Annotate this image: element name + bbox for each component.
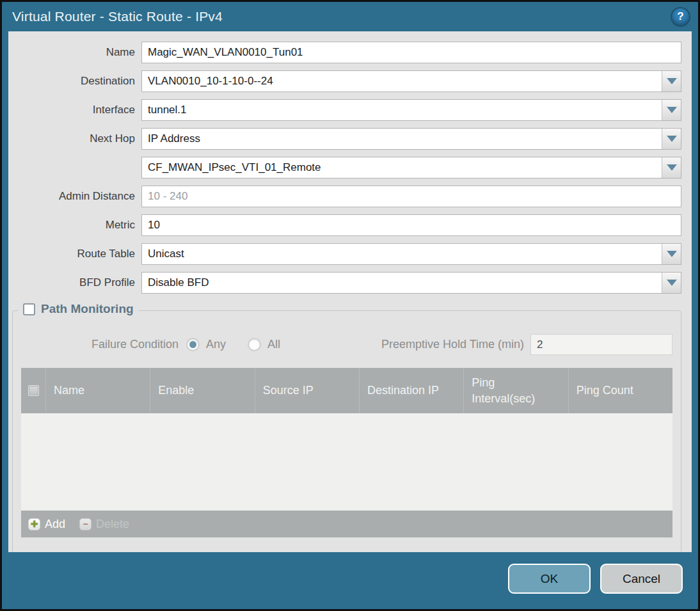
help-icon[interactable]: ?	[672, 8, 689, 26]
next-hop-address-dropdown-button[interactable]	[662, 157, 681, 178]
bfd-profile-field	[141, 272, 681, 294]
ok-button[interactable]: OK	[508, 564, 591, 594]
metric-label: Metric	[8, 219, 141, 232]
admin-distance-row: Admin Distance	[8, 186, 681, 207]
column-header-ping-count[interactable]: Ping Count	[569, 368, 672, 413]
failure-condition-any-label: Any	[206, 338, 226, 351]
table-header-checkbox-cell	[21, 368, 46, 413]
dialog-footer: OK Cancel	[2, 552, 698, 609]
path-monitoring-table: Name Enable Source IP Destination IP Pin…	[21, 368, 672, 537]
metric-field	[141, 214, 681, 236]
dialog-title: Virtual Router - Static Route - IPv4	[12, 9, 223, 24]
failure-condition-radio-any[interactable]	[186, 338, 200, 351]
failure-condition-radio-all[interactable]	[248, 338, 261, 351]
admin-distance-input[interactable]	[142, 186, 681, 207]
chevron-down-icon	[667, 164, 677, 171]
destination-label: Destination	[8, 75, 141, 88]
next-hop-type-field	[141, 128, 681, 150]
delete-button-label: Delete	[96, 518, 129, 531]
next-hop-address-field	[141, 157, 681, 179]
bfd-profile-label: BFD Profile	[8, 276, 141, 289]
chevron-down-icon	[667, 78, 677, 84]
dialog-titlebar: Virtual Router - Static Route - IPv4 ?	[2, 2, 698, 31]
next-hop-type-input[interactable]	[142, 129, 662, 149]
chevron-down-icon	[667, 136, 677, 142]
interface-dropdown-button[interactable]	[662, 100, 681, 120]
route-table-input[interactable]	[142, 244, 662, 264]
cancel-button[interactable]: Cancel	[600, 564, 683, 594]
chevron-down-icon	[667, 251, 677, 257]
path-monitoring-section: Path Monitoring Failure Condition Any Al…	[12, 310, 681, 552]
column-header-name[interactable]: Name	[46, 368, 150, 413]
admin-distance-label: Admin Distance	[8, 190, 141, 203]
path-monitoring-title: Path Monitoring	[41, 302, 134, 316]
column-header-ping-interval[interactable]: Ping Interval(sec)	[464, 368, 568, 413]
interface-label: Interface	[8, 104, 141, 116]
next-hop-label: Next Hop	[8, 132, 141, 145]
failure-condition-label: Failure Condition	[21, 338, 186, 351]
delete-button[interactable]: − Delete	[79, 518, 129, 531]
interface-input[interactable]	[142, 100, 662, 120]
bfd-profile-row: BFD Profile	[8, 272, 681, 294]
route-table-field	[141, 243, 681, 265]
column-header-enable[interactable]: Enable	[150, 368, 255, 413]
destination-field	[141, 70, 681, 92]
column-header-destination-ip[interactable]: Destination IP	[360, 368, 464, 413]
route-table-dropdown-button[interactable]	[662, 244, 681, 264]
interface-field	[141, 99, 681, 121]
interface-row: Interface	[8, 99, 681, 121]
name-input[interactable]	[142, 42, 681, 63]
next-hop-address-input[interactable]	[142, 157, 662, 178]
dialog-content: Name Destination Interface	[8, 31, 692, 552]
destination-input[interactable]	[142, 71, 662, 91]
static-route-dialog: Virtual Router - Static Route - IPv4 ? N…	[0, 0, 700, 611]
route-table-label: Route Table	[8, 248, 141, 260]
next-hop-row: Next Hop	[8, 128, 681, 150]
admin-distance-field	[141, 186, 681, 207]
path-monitoring-checkbox[interactable]	[23, 303, 35, 315]
destination-dropdown-button[interactable]	[662, 71, 681, 91]
name-label: Name	[8, 46, 141, 59]
table-toolbar: ✚ Add − Delete	[21, 511, 672, 537]
preemptive-hold-time-label: Preemptive Hold Time (min)	[381, 338, 530, 351]
chevron-down-icon	[667, 107, 677, 113]
path-monitoring-controls: Failure Condition Any All Preemptive Hol…	[21, 334, 672, 355]
select-all-checkbox[interactable]	[28, 385, 39, 396]
failure-condition-all-label: All	[267, 338, 280, 351]
table-body-empty	[21, 413, 672, 511]
bfd-profile-input[interactable]	[142, 273, 662, 293]
column-header-source-ip[interactable]: Source IP	[255, 368, 360, 413]
destination-row: Destination	[8, 70, 681, 92]
name-field	[141, 42, 681, 63]
add-button[interactable]: ✚ Add	[28, 518, 65, 531]
chevron-down-icon	[667, 280, 677, 286]
bfd-profile-dropdown-button[interactable]	[662, 273, 681, 293]
delete-icon: −	[79, 518, 91, 530]
metric-input[interactable]	[142, 215, 681, 235]
metric-row: Metric	[8, 214, 681, 236]
add-icon: ✚	[28, 518, 40, 530]
add-button-label: Add	[45, 518, 65, 531]
route-table-row: Route Table	[8, 243, 681, 265]
next-hop-type-dropdown-button[interactable]	[662, 129, 681, 149]
name-row: Name	[8, 42, 681, 63]
preemptive-hold-time-input[interactable]	[530, 334, 672, 355]
table-header-row: Name Enable Source IP Destination IP Pin…	[21, 368, 672, 413]
next-hop-address-row	[8, 157, 681, 179]
path-monitoring-legend: Path Monitoring	[18, 302, 139, 316]
